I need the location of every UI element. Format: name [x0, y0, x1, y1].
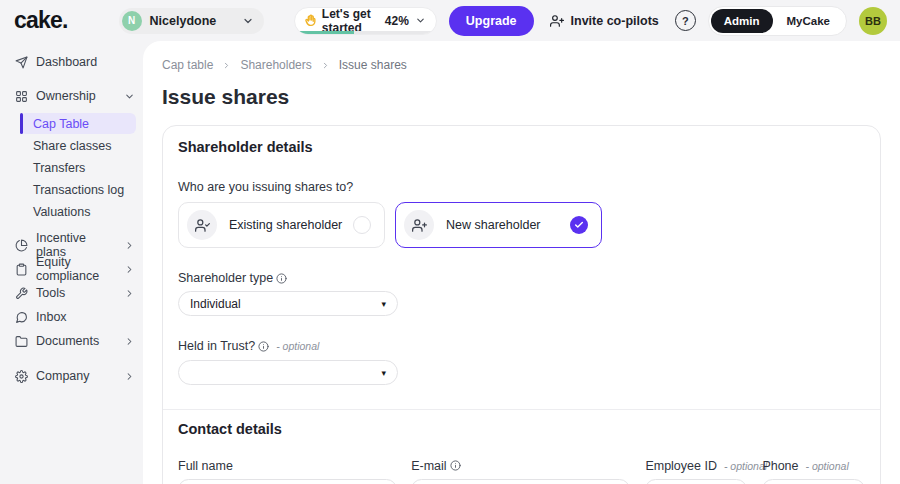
- sidebar-item-label: Company: [36, 369, 90, 383]
- email-label: E-mail: [411, 459, 446, 473]
- info-icon[interactable]: [450, 460, 461, 471]
- issuing-question-label: Who are you issuing shares to?: [178, 180, 865, 194]
- sidebar-item-share-classes[interactable]: Share classes: [20, 135, 136, 156]
- optional-tag: - optional: [806, 460, 849, 472]
- sidebar-item-label: Ownership: [36, 89, 96, 103]
- onboarding-progress-pill[interactable]: Let's get started 42%: [294, 7, 437, 35]
- chevron-right-icon: [124, 240, 135, 251]
- sidebar-item-documents[interactable]: Documents: [15, 331, 135, 351]
- radio-unselected: [353, 216, 371, 234]
- onboarding-progress-track: [295, 31, 436, 34]
- contact-details-heading: Contact details: [178, 421, 865, 437]
- sidebar-item-incentive-plans[interactable]: Incentive plans: [15, 235, 135, 255]
- send-icon: [15, 56, 28, 69]
- onboarding-progress-fill: [295, 31, 354, 34]
- sidebar-item-equity-compliance[interactable]: Equity compliance: [15, 259, 135, 279]
- phone-input[interactable]: [762, 479, 865, 484]
- sidebar-item-label: Inbox: [36, 310, 67, 324]
- sidebar-item-dashboard[interactable]: Dashboard: [15, 52, 135, 72]
- optional-tag: - optional: [724, 460, 767, 472]
- main-panel: Cap table Shareholders Issue shares Issu…: [143, 41, 900, 484]
- folder-icon: [15, 335, 28, 348]
- option-existing-shareholder[interactable]: Existing shareholder: [178, 202, 385, 248]
- topbar-actions: Let's get started 42% Upgrade Invite co-…: [294, 6, 887, 36]
- phone-label: Phone: [762, 459, 798, 473]
- chat-bubble-icon: [15, 311, 28, 324]
- role-toggle-admin[interactable]: Admin: [711, 9, 773, 33]
- breadcrumb-issue-shares: Issue shares: [339, 58, 407, 72]
- onboarding-percent: 42%: [385, 14, 409, 28]
- full-name-field-group: Full name: [178, 458, 397, 484]
- chevron-right-icon: [222, 61, 231, 70]
- wave-hand-icon: [304, 14, 317, 27]
- user-avatar[interactable]: BB: [859, 7, 887, 35]
- sidebar-item-valuations[interactable]: Valuations: [20, 201, 136, 222]
- held-in-trust-label-row: Held in Trust? - optional: [178, 339, 865, 353]
- breadcrumb: Cap table Shareholders Issue shares: [162, 58, 881, 72]
- shareholder-details-heading: Shareholder details: [178, 139, 865, 155]
- user-check-icon: [187, 210, 217, 240]
- shareholder-options: Existing shareholder New shareholder: [178, 202, 865, 248]
- shareholder-type-value: Individual: [190, 297, 241, 311]
- company-avatar: N: [122, 11, 142, 31]
- full-name-label: Full name: [178, 459, 233, 473]
- sidebar: Dashboard Ownership Cap Table Share clas…: [0, 41, 143, 484]
- employee-id-field-group: Employee ID - optional: [645, 458, 747, 484]
- help-button[interactable]: ?: [675, 10, 696, 31]
- optional-tag: - optional: [276, 340, 319, 352]
- issue-shares-card: Shareholder details Who are you issuing …: [162, 125, 881, 484]
- chevron-right-icon: [321, 61, 330, 70]
- pie-chart-icon: [15, 239, 28, 252]
- chevron-right-icon: [124, 288, 135, 299]
- sidebar-item-transfers[interactable]: Transfers: [20, 157, 136, 178]
- chevron-down-icon: [124, 91, 135, 102]
- topbar: cake. N Nicelydone Let's get started 42%…: [0, 0, 900, 41]
- sidebar-item-cap-table[interactable]: Cap Table: [20, 113, 136, 134]
- shareholder-type-select[interactable]: Individual ▾: [178, 291, 398, 316]
- info-icon[interactable]: [276, 273, 287, 284]
- role-toggle: Admin MyCake: [708, 6, 847, 36]
- radio-selected-check-icon: [570, 216, 588, 234]
- breadcrumb-shareholders[interactable]: Shareholders: [240, 58, 311, 72]
- sidebar-item-ownership[interactable]: Ownership: [15, 86, 135, 106]
- page-title: Issue shares: [162, 85, 881, 109]
- grid-icon: [15, 90, 28, 103]
- chevron-right-icon: [124, 264, 135, 275]
- chevron-down-icon: [242, 15, 254, 27]
- employee-id-input[interactable]: [645, 479, 747, 484]
- gear-icon: [15, 370, 28, 383]
- info-icon[interactable]: [258, 341, 269, 352]
- caret-down-icon: ▾: [381, 368, 386, 378]
- sidebar-item-company[interactable]: Company: [15, 366, 135, 386]
- ownership-children: Cap Table Share classes Transfers Transa…: [20, 113, 135, 222]
- breadcrumb-cap-table[interactable]: Cap table: [162, 58, 213, 72]
- chevron-right-icon: [124, 336, 135, 347]
- sidebar-item-label: Dashboard: [36, 55, 97, 69]
- held-in-trust-label: Held in Trust?: [178, 339, 255, 353]
- invite-copilots-button[interactable]: Invite co-pilots: [546, 14, 663, 28]
- sidebar-item-label: Documents: [36, 334, 99, 348]
- cake-logo[interactable]: cake.: [14, 7, 68, 34]
- option-new-shareholder[interactable]: New shareholder: [395, 202, 602, 248]
- sidebar-item-tools[interactable]: Tools: [15, 283, 135, 303]
- role-toggle-mycake[interactable]: MyCake: [773, 15, 844, 27]
- email-input[interactable]: [411, 479, 630, 484]
- phone-field-group: Phone - optional: [762, 458, 865, 484]
- sidebar-item-transactions-log[interactable]: Transactions log: [20, 179, 136, 200]
- company-switcher[interactable]: N Nicelydone: [119, 8, 264, 34]
- shareholder-type-label: Shareholder type: [178, 271, 273, 285]
- user-plus-icon: [404, 210, 434, 240]
- employee-id-label: Employee ID: [645, 459, 717, 473]
- tools-icon: [15, 287, 28, 300]
- email-field-group: E-mail: [411, 458, 630, 484]
- invite-copilots-label: Invite co-pilots: [571, 14, 659, 28]
- sidebar-item-label: Tools: [36, 286, 65, 300]
- upgrade-button[interactable]: Upgrade: [449, 6, 534, 36]
- company-name: Nicelydone: [150, 14, 217, 28]
- held-in-trust-select[interactable]: ▾: [178, 360, 398, 385]
- chevron-down-icon: [415, 15, 426, 26]
- clipboard-icon: [15, 263, 28, 276]
- sidebar-item-inbox[interactable]: Inbox: [15, 307, 135, 327]
- caret-down-icon: ▾: [381, 299, 386, 309]
- full-name-input[interactable]: [178, 479, 397, 484]
